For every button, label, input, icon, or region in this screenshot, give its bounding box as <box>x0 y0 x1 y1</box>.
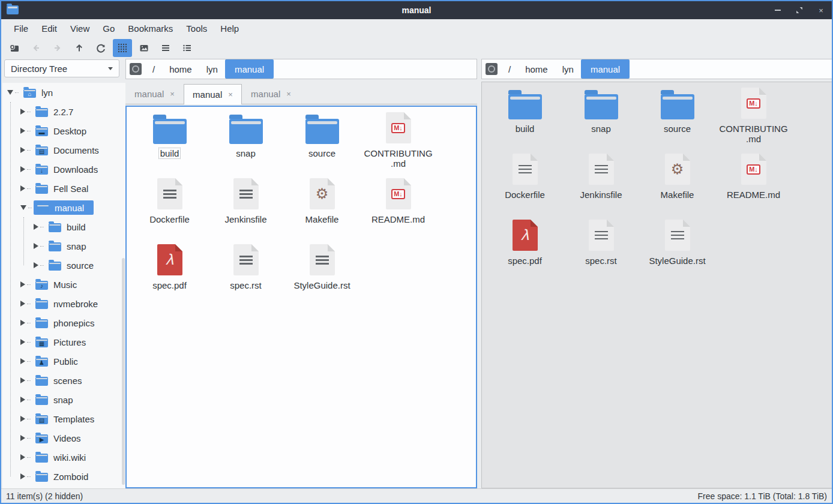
tree-expander-icon[interactable] <box>20 397 25 403</box>
tree-item-body[interactable]: Fell Seal <box>32 181 98 196</box>
breadcrumb-lyn[interactable]: lyn <box>555 59 581 79</box>
tree-item-body[interactable]: ▶Videos <box>32 431 91 445</box>
menu-bookmarks[interactable]: Bookmarks <box>121 21 179 36</box>
disk-button[interactable] <box>482 59 501 79</box>
tree-item-downloads[interactable]: ↓Downloads <box>2 160 125 179</box>
tree-expander-icon[interactable] <box>20 473 25 479</box>
file-spec-rst[interactable]: spec.rst <box>208 242 284 308</box>
tree-item-body[interactable]: ♟Public <box>32 354 88 368</box>
tree-expander-icon[interactable] <box>34 262 38 268</box>
tree-expander-icon[interactable] <box>20 281 25 287</box>
tab-close-icon[interactable]: × <box>286 89 291 98</box>
tree-expander-icon[interactable] <box>20 416 25 422</box>
thumbnail-view-button[interactable] <box>134 39 154 57</box>
forward-button[interactable] <box>48 39 67 57</box>
tab-close-icon[interactable]: × <box>170 89 175 98</box>
tree-item-body[interactable]: Zomboid <box>32 469 98 484</box>
tree-item-desktop[interactable]: ▬Desktop <box>2 121 125 140</box>
file-jenkinsfile[interactable]: Jenkinsfile <box>563 152 639 218</box>
tree-expander-icon[interactable] <box>20 435 25 441</box>
breadcrumb-current[interactable]: manual <box>581 59 630 79</box>
menu-file[interactable]: File <box>7 21 35 36</box>
tree-item-body[interactable]: nvmebroke <box>32 296 107 311</box>
tab-manual-3[interactable]: manual× <box>242 84 300 104</box>
tree-item-videos[interactable]: ▶Videos <box>2 428 125 448</box>
tree-item-body[interactable]: source <box>46 258 103 272</box>
file-spec-pdf[interactable]: λspec.pdf <box>131 242 208 308</box>
icon-view-button[interactable] <box>113 39 132 57</box>
tree-item-pictures[interactable]: ▦Pictures <box>2 332 125 352</box>
tree-item-body[interactable]: ♪Music <box>32 277 86 292</box>
tree-item-phonepics[interactable]: phonepics <box>2 313 125 332</box>
tree-item-scenes[interactable]: scenes <box>2 371 125 390</box>
menu-go[interactable]: Go <box>96 21 121 36</box>
tree-item-nvmebroke[interactable]: nvmebroke <box>2 294 125 313</box>
menu-view[interactable]: View <box>64 21 96 36</box>
tree-expander-icon[interactable] <box>34 224 38 230</box>
tree-item-zomboid[interactable]: Zomboid <box>2 467 125 486</box>
file-dockerfile[interactable]: Dockerfile <box>487 152 563 218</box>
file-contributing-md[interactable]: M↓CONTRIBUTING.md <box>360 110 436 176</box>
tree-item-lyn[interactable]: ⌂lyn <box>2 83 125 102</box>
tree-item-wiki-wiki[interactable]: wiki.wiki <box>2 448 125 467</box>
tree-item-build[interactable]: build <box>2 217 125 236</box>
tree-item-music[interactable]: ♪Music <box>2 275 125 294</box>
file-source[interactable]: source <box>639 86 715 152</box>
tree-item-public[interactable]: ♟Public <box>2 352 125 371</box>
file-makefile[interactable]: ⚙Makefile <box>284 176 360 242</box>
new-tab-button[interactable] <box>5 39 24 57</box>
tree-expander-icon[interactable] <box>20 147 25 153</box>
breadcrumb-lyn[interactable]: lyn <box>199 59 225 79</box>
tree-expander-icon[interactable] <box>20 166 25 172</box>
breadcrumb-current[interactable]: manual <box>225 59 274 79</box>
tree-expander-icon[interactable] <box>20 205 26 210</box>
file-spec-rst[interactable]: spec.rst <box>563 218 639 284</box>
file-styleguide-rst[interactable]: StyleGuide.rst <box>284 242 360 308</box>
tree-expander-icon[interactable] <box>20 377 25 383</box>
tree-expander-icon[interactable] <box>34 243 38 249</box>
tree-item-body[interactable]: ▤Templates <box>32 412 104 426</box>
tree-item-fell-seal[interactable]: Fell Seal <box>2 179 125 198</box>
tree-item-body[interactable]: ▤Documents <box>32 143 109 157</box>
breadcrumb-home[interactable]: home <box>518 59 555 79</box>
file-readme-md[interactable]: M↓README.md <box>360 176 436 242</box>
tree-expander-icon[interactable] <box>7 90 13 95</box>
tree-item-snap[interactable]: snap <box>2 236 125 256</box>
tree-item-body[interactable]: ▬Desktop <box>32 124 96 138</box>
menu-edit[interactable]: Edit <box>35 21 64 36</box>
tree-item-body[interactable]: snap <box>46 239 96 253</box>
tree-expander-icon[interactable] <box>20 185 25 191</box>
file-snap[interactable]: snap <box>208 110 284 176</box>
tree-item-manual[interactable]: manual <box>2 198 125 217</box>
minimize-button[interactable] <box>773 5 783 15</box>
detailed-list-view-button[interactable] <box>178 39 197 57</box>
tree-expander-icon[interactable] <box>20 320 25 326</box>
tree-item-source[interactable]: source <box>2 256 125 275</box>
tree-item-body[interactable]: wiki.wiki <box>32 450 95 464</box>
breadcrumb-[interactable]: / <box>145 59 162 79</box>
tree-item-body[interactable]: ⌂lyn <box>20 85 62 100</box>
tree-item-body[interactable]: build <box>46 220 95 234</box>
tree-item-documents[interactable]: ▤Documents <box>2 140 125 160</box>
file-readme-md[interactable]: M↓README.md <box>715 152 792 218</box>
tree-item-body[interactable]: phonepics <box>32 316 104 330</box>
tree-expander-icon[interactable] <box>20 358 25 364</box>
file-spec-pdf[interactable]: λspec.pdf <box>487 218 563 284</box>
close-button[interactable]: × <box>816 5 826 15</box>
tree-item-body[interactable]: 2.2.7 <box>32 104 83 119</box>
tree-item-body[interactable]: scenes <box>32 373 92 388</box>
tree-item-body[interactable]: ▦Pictures <box>32 335 95 349</box>
tree-expander-icon[interactable] <box>20 454 25 460</box>
tree-expander-icon[interactable] <box>20 339 25 345</box>
tree-item-snap[interactable]: snap <box>2 390 125 409</box>
restore-button[interactable] <box>795 5 804 15</box>
menu-tools[interactable]: Tools <box>179 21 214 36</box>
file-source[interactable]: source <box>284 110 360 176</box>
menu-help[interactable]: Help <box>214 21 245 36</box>
sidebar-scrollbar[interactable] <box>122 258 125 485</box>
back-button[interactable] <box>26 39 46 57</box>
file-dockerfile[interactable]: Dockerfile <box>131 176 208 242</box>
up-button[interactable] <box>70 39 89 57</box>
tree-item-body[interactable]: snap <box>32 392 83 407</box>
file-makefile[interactable]: ⚙Makefile <box>639 152 715 218</box>
